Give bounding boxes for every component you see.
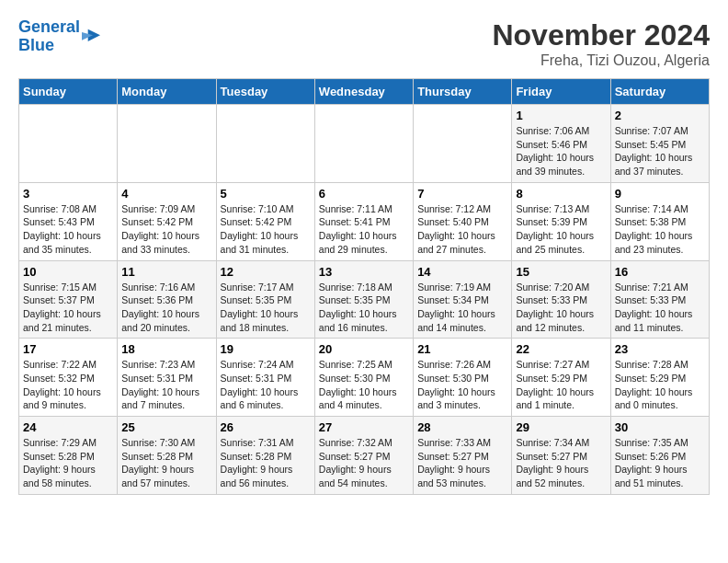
- day-info: Sunrise: 7:20 AMSunset: 5:33 PMDaylight:…: [516, 281, 606, 335]
- day-number: 5: [221, 187, 311, 201]
- day-number: 2: [615, 109, 705, 122]
- calendar-cell: [19, 105, 118, 183]
- calendar-cell: 25Sunrise: 7:30 AMSunset: 5:28 PMDayligh…: [118, 417, 216, 495]
- weekday-header: Sunday: [19, 79, 118, 105]
- day-info: Sunrise: 7:24 AMSunset: 5:31 PMDaylight:…: [221, 358, 311, 412]
- calendar-cell: 21Sunrise: 7:26 AMSunset: 5:30 PMDayligh…: [414, 339, 512, 417]
- logo-icon: [82, 28, 100, 46]
- calendar-cell: 22Sunrise: 7:27 AMSunset: 5:29 PMDayligh…: [512, 339, 610, 417]
- day-info: Sunrise: 7:35 AMSunset: 5:26 PMDaylight:…: [615, 436, 705, 490]
- day-info: Sunrise: 7:10 AMSunset: 5:42 PMDaylight:…: [221, 202, 311, 257]
- day-number: 11: [121, 265, 211, 279]
- day-number: 18: [121, 342, 211, 356]
- calendar-cell: 29Sunrise: 7:34 AMSunset: 5:27 PMDayligh…: [512, 417, 610, 495]
- calendar-week-row: 3Sunrise: 7:08 AMSunset: 5:43 PMDaylight…: [19, 182, 710, 260]
- day-number: 28: [417, 420, 507, 434]
- day-info: Sunrise: 7:23 AMSunset: 5:31 PMDaylight:…: [121, 358, 211, 412]
- calendar-cell: [118, 105, 216, 183]
- calendar-cell: 15Sunrise: 7:20 AMSunset: 5:33 PMDayligh…: [512, 260, 610, 339]
- calendar-cell: 3Sunrise: 7:08 AMSunset: 5:43 PMDaylight…: [19, 182, 118, 260]
- calendar-cell: 20Sunrise: 7:25 AMSunset: 5:30 PMDayligh…: [314, 339, 413, 417]
- day-number: 16: [615, 265, 705, 279]
- title-area: November 2024 Freha, Tizi Ouzou, Algeria: [492, 18, 710, 69]
- weekday-header: Wednesday: [314, 79, 413, 105]
- day-number: 3: [23, 187, 113, 201]
- calendar-cell: 7Sunrise: 7:12 AMSunset: 5:40 PMDaylight…: [414, 182, 512, 260]
- calendar-cell: 6Sunrise: 7:11 AMSunset: 5:41 PMDaylight…: [314, 182, 413, 260]
- day-info: Sunrise: 7:11 AMSunset: 5:41 PMDaylight:…: [319, 202, 409, 257]
- day-info: Sunrise: 7:33 AMSunset: 5:27 PMDaylight:…: [417, 436, 507, 490]
- weekday-header: Saturday: [610, 79, 709, 105]
- day-number: 30: [615, 420, 705, 434]
- day-info: Sunrise: 7:18 AMSunset: 5:35 PMDaylight:…: [319, 281, 409, 335]
- calendar-cell: 24Sunrise: 7:29 AMSunset: 5:28 PMDayligh…: [19, 417, 118, 495]
- day-number: 29: [516, 420, 606, 434]
- calendar-header-row: SundayMondayTuesdayWednesdayThursdayFrid…: [19, 79, 710, 105]
- logo: General Blue: [18, 18, 100, 55]
- calendar-week-row: 10Sunrise: 7:15 AMSunset: 5:37 PMDayligh…: [19, 260, 710, 339]
- day-number: 13: [319, 265, 409, 279]
- weekday-header: Tuesday: [216, 79, 314, 105]
- day-number: 14: [417, 265, 507, 279]
- month-title: November 2024: [492, 18, 710, 52]
- weekday-header: Friday: [512, 79, 610, 105]
- day-info: Sunrise: 7:06 AMSunset: 5:46 PMDaylight:…: [516, 124, 606, 178]
- calendar-cell: 18Sunrise: 7:23 AMSunset: 5:31 PMDayligh…: [118, 339, 216, 417]
- day-number: 27: [319, 420, 409, 434]
- calendar-cell: 28Sunrise: 7:33 AMSunset: 5:27 PMDayligh…: [414, 417, 512, 495]
- day-info: Sunrise: 7:27 AMSunset: 5:29 PMDaylight:…: [516, 358, 606, 412]
- weekday-header: Thursday: [414, 79, 512, 105]
- day-info: Sunrise: 7:28 AMSunset: 5:29 PMDaylight:…: [615, 358, 705, 412]
- day-number: 10: [23, 265, 113, 279]
- day-info: Sunrise: 7:07 AMSunset: 5:45 PMDaylight:…: [615, 124, 705, 178]
- calendar-cell: 30Sunrise: 7:35 AMSunset: 5:26 PMDayligh…: [610, 417, 709, 495]
- header: General Blue November 2024 Freha, Tizi O…: [18, 18, 710, 69]
- calendar-cell: 1Sunrise: 7:06 AMSunset: 5:46 PMDaylight…: [512, 105, 610, 183]
- calendar-cell: 5Sunrise: 7:10 AMSunset: 5:42 PMDaylight…: [216, 182, 314, 260]
- calendar-cell: 19Sunrise: 7:24 AMSunset: 5:31 PMDayligh…: [216, 339, 314, 417]
- day-number: 15: [516, 265, 606, 279]
- day-info: Sunrise: 7:15 AMSunset: 5:37 PMDaylight:…: [23, 281, 113, 335]
- day-number: 6: [319, 187, 409, 201]
- day-info: Sunrise: 7:12 AMSunset: 5:40 PMDaylight:…: [417, 202, 507, 257]
- calendar-week-row: 17Sunrise: 7:22 AMSunset: 5:32 PMDayligh…: [19, 339, 710, 417]
- day-number: 19: [221, 342, 311, 356]
- calendar-cell: [414, 105, 512, 183]
- location-title: Freha, Tizi Ouzou, Algeria: [492, 52, 710, 69]
- day-info: Sunrise: 7:22 AMSunset: 5:32 PMDaylight:…: [23, 358, 113, 412]
- calendar-week-row: 24Sunrise: 7:29 AMSunset: 5:28 PMDayligh…: [19, 417, 710, 495]
- calendar-cell: 10Sunrise: 7:15 AMSunset: 5:37 PMDayligh…: [19, 260, 118, 339]
- calendar-cell: 16Sunrise: 7:21 AMSunset: 5:33 PMDayligh…: [610, 260, 709, 339]
- day-number: 21: [417, 342, 507, 356]
- calendar-cell: 12Sunrise: 7:17 AMSunset: 5:35 PMDayligh…: [216, 260, 314, 339]
- day-info: Sunrise: 7:31 AMSunset: 5:28 PMDaylight:…: [221, 436, 311, 490]
- calendar-cell: [314, 105, 413, 183]
- day-number: 26: [221, 420, 311, 434]
- calendar-cell: 4Sunrise: 7:09 AMSunset: 5:42 PMDaylight…: [118, 182, 216, 260]
- day-number: 17: [23, 342, 113, 356]
- day-number: 23: [615, 342, 705, 356]
- calendar-cell: 8Sunrise: 7:13 AMSunset: 5:39 PMDaylight…: [512, 182, 610, 260]
- day-info: Sunrise: 7:21 AMSunset: 5:33 PMDaylight:…: [615, 281, 705, 335]
- day-number: 9: [615, 187, 705, 201]
- day-number: 25: [121, 420, 211, 434]
- day-info: Sunrise: 7:09 AMSunset: 5:42 PMDaylight:…: [121, 202, 211, 257]
- day-info: Sunrise: 7:30 AMSunset: 5:28 PMDaylight:…: [121, 436, 211, 490]
- day-info: Sunrise: 7:19 AMSunset: 5:34 PMDaylight:…: [417, 281, 507, 335]
- calendar-cell: 13Sunrise: 7:18 AMSunset: 5:35 PMDayligh…: [314, 260, 413, 339]
- day-number: 20: [319, 342, 409, 356]
- day-info: Sunrise: 7:34 AMSunset: 5:27 PMDaylight:…: [516, 436, 606, 490]
- day-number: 12: [221, 265, 311, 279]
- calendar-cell: 26Sunrise: 7:31 AMSunset: 5:28 PMDayligh…: [216, 417, 314, 495]
- calendar-cell: 9Sunrise: 7:14 AMSunset: 5:38 PMDaylight…: [610, 182, 709, 260]
- day-number: 1: [516, 109, 606, 122]
- day-info: Sunrise: 7:13 AMSunset: 5:39 PMDaylight:…: [516, 202, 606, 257]
- day-info: Sunrise: 7:29 AMSunset: 5:28 PMDaylight:…: [23, 436, 113, 490]
- day-info: Sunrise: 7:14 AMSunset: 5:38 PMDaylight:…: [615, 202, 705, 257]
- calendar-week-row: 1Sunrise: 7:06 AMSunset: 5:46 PMDaylight…: [19, 105, 710, 183]
- calendar-cell: 17Sunrise: 7:22 AMSunset: 5:32 PMDayligh…: [19, 339, 118, 417]
- calendar-cell: 14Sunrise: 7:19 AMSunset: 5:34 PMDayligh…: [414, 260, 512, 339]
- calendar-cell: 27Sunrise: 7:32 AMSunset: 5:27 PMDayligh…: [314, 417, 413, 495]
- day-info: Sunrise: 7:16 AMSunset: 5:36 PMDaylight:…: [121, 281, 211, 335]
- calendar-cell: 2Sunrise: 7:07 AMSunset: 5:45 PMDaylight…: [610, 105, 709, 183]
